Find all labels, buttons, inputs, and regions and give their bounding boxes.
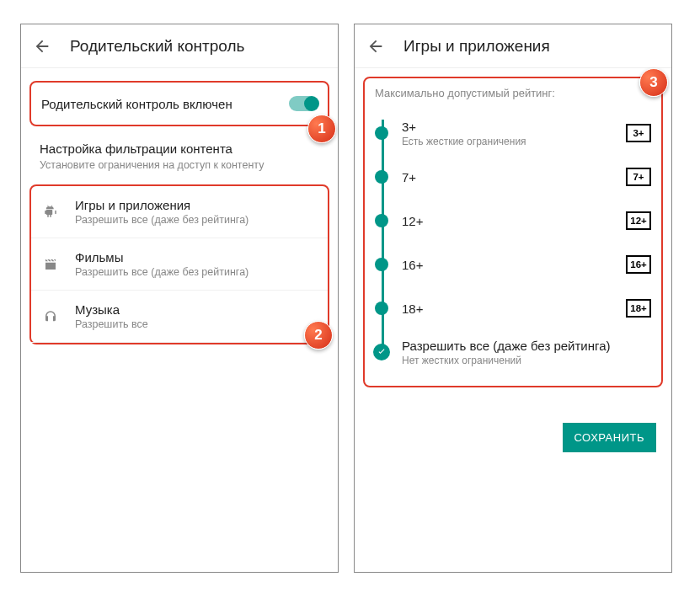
rating-badge-7plus: 7+ (626, 168, 651, 186)
rating-18plus[interactable]: 18+ 18+ (375, 286, 651, 330)
android-icon (41, 205, 60, 220)
header-right: Игры и приложения (355, 24, 671, 68)
parental-toggle-label: Родительский контроль включен (41, 97, 232, 111)
category-movies-label: Фильмы (75, 250, 248, 264)
category-games-label: Игры и приложения (75, 198, 248, 212)
rating-allow-all-sub: Нет жестких ограничений (402, 355, 611, 366)
rating-badge-12plus: 12+ (626, 211, 651, 230)
parental-toggle-row[interactable]: Родительский контроль включен 1 (29, 81, 329, 126)
rating-12plus[interactable]: 12+ 12+ (375, 199, 651, 243)
annotation-badge-3: 3 (639, 68, 668, 97)
category-movies[interactable]: Фильмы Разрешить все (даже без рейтинга) (31, 238, 328, 291)
category-music-sub: Разрешить все (75, 318, 148, 330)
check-icon (373, 344, 390, 360)
section-subtitle: Установите ограничения на доступ к конте… (40, 159, 319, 171)
back-icon[interactable] (33, 37, 51, 56)
header-left: Родительский контроль (21, 24, 338, 68)
dot-icon (375, 302, 388, 315)
rating-16plus[interactable]: 16+ 16+ (375, 243, 651, 286)
switch-on-icon[interactable] (289, 96, 318, 111)
screen-parental-controls: Родительский контроль Родительский контр… (20, 24, 339, 573)
rating-badge-3plus: 3+ (626, 124, 651, 142)
rating-3plus-sub: Есть жесткие ограничения (402, 136, 526, 147)
dot-icon (375, 170, 388, 184)
screen-games-ratings: Игры и приложения 3 Максимально допустим… (354, 24, 672, 573)
back-icon[interactable] (366, 37, 385, 56)
rating-allow-all[interactable]: Разрешить все (даже без рейтинга) Нет же… (375, 330, 651, 374)
rating-list: 3+ Есть жесткие ограничения 3+ 7+ 7+ 12+… (375, 111, 651, 374)
rating-16plus-label: 16+ (402, 258, 423, 272)
annotation-badge-2: 2 (304, 321, 333, 350)
dot-icon (375, 214, 388, 227)
category-music-label: Музыка (75, 302, 148, 317)
headphones-icon (41, 309, 60, 324)
dot-icon (375, 126, 388, 140)
section-header: Настройка фильтрации контента Установите… (21, 126, 338, 176)
category-music[interactable]: Музыка Разрешить все (31, 291, 328, 343)
rating-badge-18plus: 18+ (626, 299, 651, 318)
movie-icon (41, 257, 60, 272)
page-title-right: Игры и приложения (403, 37, 550, 56)
annotation-badge-1: 1 (307, 115, 336, 143)
rating-panel: 3 Максимально допустимый рейтинг: 3+ Ест… (363, 77, 663, 387)
category-list: Игры и приложения Разрешить все (даже бе… (29, 184, 329, 344)
save-button[interactable]: СОХРАНИТЬ (563, 423, 656, 452)
rating-7plus-label: 7+ (402, 170, 416, 184)
dot-icon (375, 258, 388, 271)
rating-7plus[interactable]: 7+ 7+ (375, 155, 651, 199)
rating-3plus[interactable]: 3+ Есть жесткие ограничения 3+ (375, 111, 651, 155)
category-games-sub: Разрешить все (даже без рейтинга) (75, 214, 248, 226)
category-games[interactable]: Игры и приложения Разрешить все (даже бе… (31, 186, 328, 238)
rating-allow-all-label: Разрешить все (даже без рейтинга) (402, 339, 611, 353)
rating-12plus-label: 12+ (402, 214, 423, 228)
rating-badge-16plus: 16+ (626, 255, 651, 274)
rating-3plus-label: 3+ (402, 120, 526, 134)
category-movies-sub: Разрешить все (даже без рейтинга) (75, 266, 248, 278)
rating-caption: Максимально допустимый рейтинг: (375, 87, 651, 99)
section-title: Настройка фильтрации контента (40, 141, 319, 156)
rating-18plus-label: 18+ (402, 302, 423, 316)
page-title-left: Родительский контроль (70, 37, 244, 56)
